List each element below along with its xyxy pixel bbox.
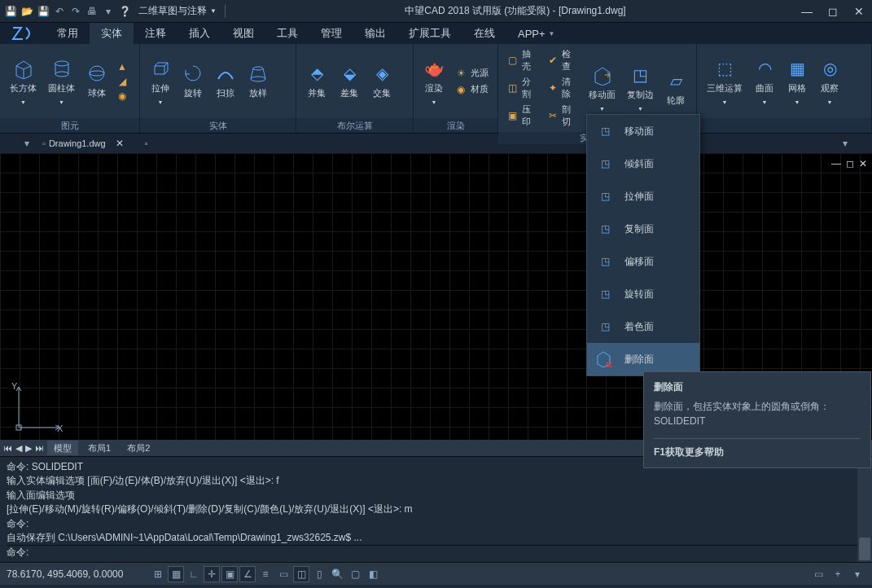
imprint-button[interactable]: ▣压印 (505, 103, 541, 129)
sphere-button[interactable]: 球体 (83, 61, 111, 101)
new-tab-icon[interactable]: ▫ (145, 138, 148, 149)
redo-icon[interactable]: ↷ (68, 4, 83, 19)
revolve-button[interactable]: 旋转 (179, 61, 207, 101)
doc-restore-icon[interactable]: ◻ (846, 158, 854, 169)
tab-insert[interactable]: 插入 (177, 23, 221, 44)
status-extra1[interactable]: ▭ (810, 566, 826, 582)
save-as-icon[interactable]: 💾 (36, 4, 50, 19)
tab-prev-icon[interactable]: ◀ (15, 443, 22, 454)
osnap-toggle[interactable]: ▣ (221, 566, 238, 582)
minimize-button[interactable]: — (797, 4, 817, 19)
close-tab-icon[interactable]: ✕ (116, 138, 124, 149)
tab-ext[interactable]: 扩展工具 (397, 23, 462, 44)
intersect-button[interactable]: ◈交集 (368, 61, 396, 101)
tab-next-icon[interactable]: ▶ (25, 443, 32, 454)
tab-first-icon[interactable]: ⏮ (3, 443, 12, 453)
cmd-prompt[interactable]: 命令: (7, 545, 865, 559)
section-button[interactable]: ✂剖切 (546, 103, 581, 129)
maximize-button[interactable]: ◻ (823, 4, 843, 19)
save-icon[interactable]: 💾 (3, 4, 18, 19)
close-button[interactable]: ✕ (849, 4, 869, 19)
check-button[interactable]: ✔检查 (546, 47, 581, 73)
tab-common[interactable]: 常用 (46, 23, 90, 44)
material-button[interactable]: ◉材质 (453, 82, 490, 97)
model-toggle[interactable]: ▯ (311, 566, 327, 582)
shell-button[interactable]: ▢抽壳 (505, 47, 541, 73)
coordinates-readout: 78.6170, 495.4069, 0.0000 (7, 568, 145, 580)
dd-moveface[interactable]: ◳移动面 (587, 115, 699, 147)
app-logo[interactable] (0, 23, 46, 44)
pin-icon[interactable]: ▾ (24, 138, 29, 149)
print-icon[interactable]: 🖶 (85, 4, 99, 19)
3dops-button[interactable]: ⬚三维运算▼ (703, 56, 746, 107)
dd-taperface[interactable]: ◳倾斜面 (587, 147, 699, 180)
tab-app[interactable]: APP+▼ (506, 23, 567, 44)
misc2-toggle[interactable]: ◧ (365, 566, 381, 582)
box-button[interactable]: 长方体▼ (7, 56, 40, 107)
union-button[interactable]: ⬘并集 (303, 61, 331, 101)
dd-extrudeface[interactable]: ◳拉伸面 (587, 180, 699, 213)
snap-toggle[interactable]: ⊞ (150, 566, 166, 582)
otrack-toggle[interactable]: ∠ (239, 566, 256, 582)
cylinder-button[interactable]: 圆柱体▼ (45, 56, 78, 107)
sweep-button[interactable]: 扫掠 (212, 61, 239, 101)
surface-button[interactable]: ◠曲面▼ (751, 56, 778, 107)
copyedge-button[interactable]: ◳复制边▼ (624, 63, 657, 113)
command-window[interactable]: 命令: SOLIDEDIT 输入实体编辑选项 [面(F)/边(E)/体(B)/放… (0, 456, 872, 562)
polysolid-icon[interactable]: ◢ (116, 75, 129, 88)
cycle-toggle[interactable]: ◫ (293, 566, 309, 582)
polar-toggle[interactable]: ✛ (204, 566, 220, 582)
tab-solid[interactable]: 实体 (90, 23, 134, 44)
tab-tools[interactable]: 工具 (265, 23, 309, 44)
status-extra2[interactable]: + (830, 566, 846, 582)
dd-colorface[interactable]: ◳着色面 (587, 310, 699, 343)
mesh-button[interactable]: ▦网格▼ (783, 56, 811, 107)
dd-deleteface[interactable]: 删除面 (587, 343, 699, 375)
subtract-button[interactable]: ⬙差集 (335, 61, 363, 101)
undo-icon[interactable]: ↶ (52, 4, 67, 19)
loft-button[interactable]: 放样 (244, 61, 272, 101)
dyn-toggle[interactable]: ▭ (275, 566, 291, 582)
doc-tab-drawing1[interactable]: ▫ Drawing1.dwg ✕ (34, 135, 132, 151)
doc-minimize-icon[interactable]: — (831, 158, 841, 169)
observe-button[interactable]: ◎观察▼ (816, 56, 844, 107)
svg-point-3 (90, 71, 104, 76)
help-icon[interactable]: ❔ (117, 4, 132, 19)
tab-view[interactable]: 视图 (221, 23, 265, 44)
render-button[interactable]: 🫖渲染▼ (420, 56, 448, 107)
panel-primitives-title: 图元 (0, 118, 139, 133)
silhouette-button[interactable]: ▱轮廓 (662, 68, 690, 108)
more-icon[interactable]: ▾ (101, 4, 116, 19)
ortho-toggle[interactable]: ∟ (186, 566, 202, 582)
doc-close-icon[interactable]: ✕ (859, 158, 867, 169)
dd-rotateface[interactable]: ◳旋转面 (587, 278, 699, 310)
moveface-button[interactable]: 移动面▼ (585, 63, 619, 113)
extrude-button[interactable]: 拉伸▼ (147, 56, 174, 107)
pyramid-icon[interactable]: ▲ (116, 60, 129, 73)
lwt-toggle[interactable]: ≡ (257, 566, 274, 582)
doc-dropdown-icon[interactable]: ▾ (843, 138, 848, 149)
scrollbar[interactable] (857, 457, 872, 562)
tab-layout2[interactable]: 布局2 (121, 441, 156, 455)
tab-model[interactable]: 模型 (47, 441, 78, 455)
tab-online[interactable]: 在线 (462, 23, 506, 44)
status-extra3[interactable]: ▾ (849, 566, 865, 582)
workspace-dropdown[interactable]: 二维草图与注释 ▼ (138, 4, 217, 18)
dd-copyface[interactable]: ◳复制面 (587, 213, 699, 245)
clean-button[interactable]: ✦清除 (546, 75, 581, 101)
grid-toggle[interactable]: ▦ (168, 566, 184, 582)
open-icon[interactable]: 📂 (20, 4, 34, 19)
dwg-icon: ▫ (42, 138, 46, 148)
y-axis-label: Y (11, 381, 17, 391)
tab-last-icon[interactable]: ⏭ (35, 443, 44, 453)
dd-offsetface[interactable]: ◳偏移面 (587, 245, 699, 278)
tab-layout1[interactable]: 布局1 (81, 441, 117, 455)
misc-toggle[interactable]: ▢ (347, 566, 363, 582)
split-button[interactable]: ◫分割 (505, 75, 541, 101)
misc-icon[interactable]: ◉ (116, 90, 129, 103)
tab-annotate[interactable]: 注释 (134, 23, 177, 44)
tab-manage[interactable]: 管理 (309, 23, 353, 44)
light-button[interactable]: ☀光源 (453, 66, 490, 81)
tab-output[interactable]: 输出 (353, 23, 397, 44)
magnifier-toggle[interactable]: 🔍 (329, 566, 345, 582)
